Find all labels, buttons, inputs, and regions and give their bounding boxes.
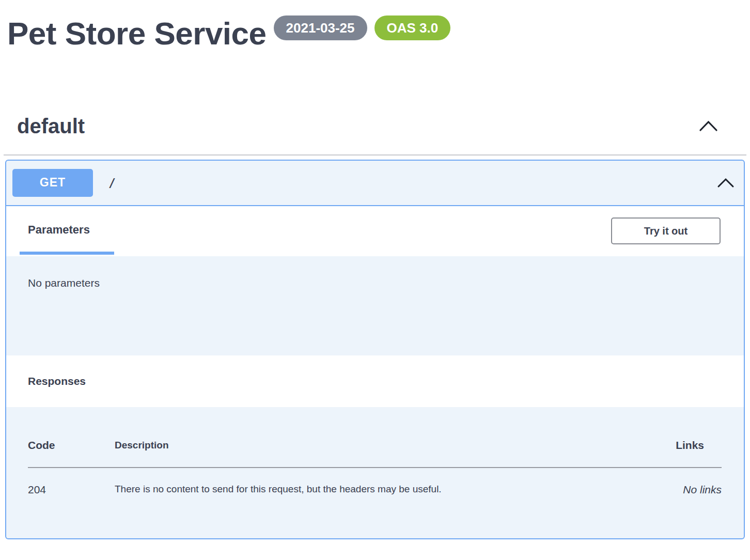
parameters-tab-label: Parameters [20, 223, 98, 237]
api-info-header: Pet Store Service 2021-03-25 OAS 3.0 [0, 0, 750, 54]
api-title: Pet Store Service [7, 13, 267, 54]
responses-title: Responses [28, 375, 86, 387]
no-parameters-text: No parameters [28, 277, 744, 289]
responses-table-container: Code Description Links 204 There is no c… [6, 407, 744, 539]
response-links: No links [629, 468, 722, 496]
tab-parameters[interactable]: Parameters [20, 206, 98, 256]
response-row-204: 204 There is no content to send for this… [28, 468, 722, 496]
responses-col-links: Links [629, 439, 722, 468]
http-method-badge: GET [12, 169, 93, 197]
response-description: There is no content to send for this req… [115, 468, 629, 496]
responses-col-code: Code [28, 439, 115, 468]
tag-section-header[interactable]: default [0, 115, 750, 138]
try-it-out-button[interactable]: Try it out [611, 217, 721, 244]
responses-table: Code Description Links 204 There is no c… [28, 439, 722, 496]
responses-section-header: Responses [6, 355, 744, 407]
section-collapse-button[interactable] [699, 120, 718, 132]
opblock-summary[interactable]: GET / [6, 161, 744, 206]
api-badges: 2021-03-25 OAS 3.0 [274, 15, 451, 40]
response-code: 204 [28, 468, 115, 496]
opblock-collapse-button[interactable] [717, 177, 735, 189]
active-tab-underline [20, 252, 114, 255]
chevron-up-icon [699, 120, 718, 132]
version-badge: 2021-03-25 [274, 15, 367, 40]
tag-section-title: default [17, 115, 85, 138]
responses-table-header-row: Code Description Links [28, 439, 722, 468]
parameters-section-header: Parameters Try it out [6, 206, 744, 256]
responses-col-description: Description [115, 439, 629, 468]
chevron-up-icon [717, 177, 735, 189]
parameters-body: No parameters [6, 256, 744, 355]
section-divider [4, 154, 746, 155]
oas-version-badge: OAS 3.0 [374, 15, 451, 40]
opblock-get-root: GET / Parameters Try it out No parameter… [5, 160, 745, 539]
opblock-path: / [108, 176, 116, 190]
